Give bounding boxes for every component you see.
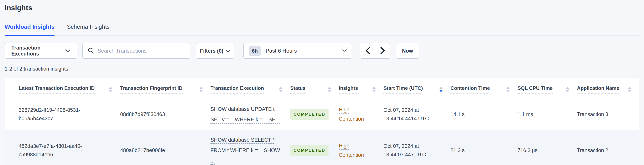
- sql-text-line: SET v = _ WHERE k = _ SH...: [210, 116, 280, 123]
- cell-fingerprint-id: 08d8b7d97f830463: [120, 99, 210, 130]
- toolbar: Transaction Executions Filters (0) 6h Pa…: [4, 43, 640, 59]
- chevron-down-icon: [226, 48, 230, 54]
- cell-contention-time: 21.3 s: [450, 130, 518, 165]
- column-header-start-time-utc: Start Time (UTC): [384, 77, 450, 99]
- column-label[interactable]: Transaction Execution: [210, 85, 264, 93]
- cell-fingerprint-id: 480a8b217be006fe: [120, 130, 210, 165]
- column-header-insights: Insights: [339, 77, 384, 99]
- time-range-label: Past 6 Hours: [266, 48, 297, 54]
- column-label[interactable]: Transaction Fingerprint ID: [120, 85, 182, 93]
- cell-execution-id: 328729d2-ff19-4408-8531-b05a5b4e43c7: [5, 99, 120, 130]
- filters-button[interactable]: Filters (0): [196, 43, 234, 59]
- search-input[interactable]: [98, 48, 185, 54]
- sort-toggle-icon[interactable]: [372, 87, 376, 92]
- status-badge: COMPLETED: [290, 109, 328, 120]
- sort-toggle-icon[interactable]: [279, 87, 282, 92]
- sort-toggle-icon[interactable]: [566, 87, 569, 92]
- table-header-row: Latest Transaction Execution ID Transact…: [5, 77, 639, 99]
- column-header-application-name: Application Name: [577, 77, 639, 99]
- column-label[interactable]: Latest Transaction Execution ID: [19, 85, 94, 93]
- sql-text-line: SHOW database SELECT *: [210, 136, 274, 144]
- sort-toggle-icon[interactable]: [628, 87, 632, 92]
- results-summary: 1-2 of 2 transaction insights: [4, 66, 640, 72]
- cell-application-name: Transaction 3: [577, 99, 639, 130]
- transaction-execution-link[interactable]: SHOW database UPDATE t SET v = _ WHERE k…: [210, 105, 282, 124]
- sort-toggle-icon[interactable]: [328, 87, 331, 92]
- column-header-latest-transaction-execution-id: Latest Transaction Execution ID: [5, 77, 120, 99]
- toolbar-divider: [240, 43, 240, 59]
- chevron-down-icon: [342, 49, 347, 53]
- sort-toggle-icon[interactable]: [506, 87, 510, 92]
- column-label[interactable]: Contention Time: [450, 85, 490, 93]
- filters-button-label: Filters (0): [200, 48, 224, 54]
- page-title: Insights: [4, 0, 640, 12]
- time-range-badge: 6h: [249, 46, 260, 56]
- transaction-insights-table: Latest Transaction Execution ID Transact…: [5, 77, 639, 165]
- column-header-transaction-fingerprint-id: Transaction Fingerprint ID: [120, 77, 210, 99]
- table-row: 452da3e7-e7fa-4801-aa40-c59988d14eb6 480…: [5, 130, 639, 165]
- cell-application-name: Transaction 2: [577, 130, 639, 165]
- tab-workload-insights[interactable]: Workload Insights: [4, 24, 54, 36]
- chevron-down-icon: [65, 48, 70, 54]
- sql-text-line: FROM t WHERE k = _ SHOW: [210, 147, 280, 154]
- insights-page: Insights Workload Insights Schema Insigh…: [0, 0, 644, 165]
- search-icon: [88, 47, 94, 55]
- column-header-sql-cpu-time: SQL CPU Time: [518, 77, 577, 99]
- next-time-range-button[interactable]: [375, 43, 390, 58]
- transaction-execution-link[interactable]: SHOW database SELECT * FROM t WHERE k = …: [210, 136, 282, 165]
- column-header-transaction-execution: Transaction Execution: [210, 77, 290, 99]
- sort-toggle-icon[interactable]: [109, 87, 112, 92]
- cell-execution-id: 452da3e7-e7fa-4801-aa40-c59988d14eb6: [5, 130, 120, 165]
- sql-text-line: ...: [210, 157, 215, 164]
- cell-sql-cpu-time: 716.3 µs: [518, 130, 577, 165]
- cell-start-time: Oct 07, 2024 at 13:44:14.4414 UTC: [384, 106, 443, 123]
- time-range-picker[interactable]: 6h Past 6 Hours: [244, 43, 352, 59]
- table-row: 328729d2-ff19-4408-8531-b05a5b4e43c7 08d…: [5, 99, 639, 130]
- tab-schema-insights[interactable]: Schema Insights: [67, 24, 110, 36]
- cell-contention-time: 14.1 s: [450, 99, 518, 130]
- sort-toggle-icon[interactable]: [199, 87, 203, 92]
- now-button[interactable]: Now: [396, 43, 419, 59]
- insight-high-contention-link[interactable]: High Contention: [339, 143, 364, 158]
- execution-type-select-label: Transaction Executions: [11, 45, 65, 57]
- insights-tabs: Workload Insights Schema Insights: [4, 24, 640, 36]
- chevron-left-icon: [365, 47, 370, 55]
- chevron-right-icon: [380, 47, 385, 55]
- column-header-status: Status: [290, 77, 339, 99]
- column-label[interactable]: Application Name: [577, 85, 619, 93]
- insights-table-card: Latest Transaction Execution ID Transact…: [4, 77, 640, 165]
- column-label[interactable]: SQL CPU Time: [518, 85, 553, 93]
- time-range-pager: [360, 43, 390, 59]
- search-box: [82, 43, 190, 59]
- column-label[interactable]: Status: [290, 85, 306, 93]
- sql-text-line: SHOW database UPDATE t: [210, 105, 274, 113]
- column-header-contention-time: Contention Time: [450, 77, 518, 99]
- cell-start-time: Oct 07, 2024 at 13:44:07.447 UTC: [384, 142, 443, 159]
- cell-sql-cpu-time: 1.1 ms: [518, 99, 577, 130]
- execution-type-select[interactable]: Transaction Executions: [4, 43, 77, 59]
- status-badge: COMPLETED: [290, 145, 328, 156]
- column-label[interactable]: Start Time (UTC): [384, 85, 423, 93]
- sort-toggle-icon-active-desc[interactable]: [439, 87, 443, 92]
- insight-high-contention-link[interactable]: High Contention: [339, 107, 364, 122]
- column-label[interactable]: Insights: [339, 85, 358, 93]
- previous-time-range-button[interactable]: [360, 43, 375, 58]
